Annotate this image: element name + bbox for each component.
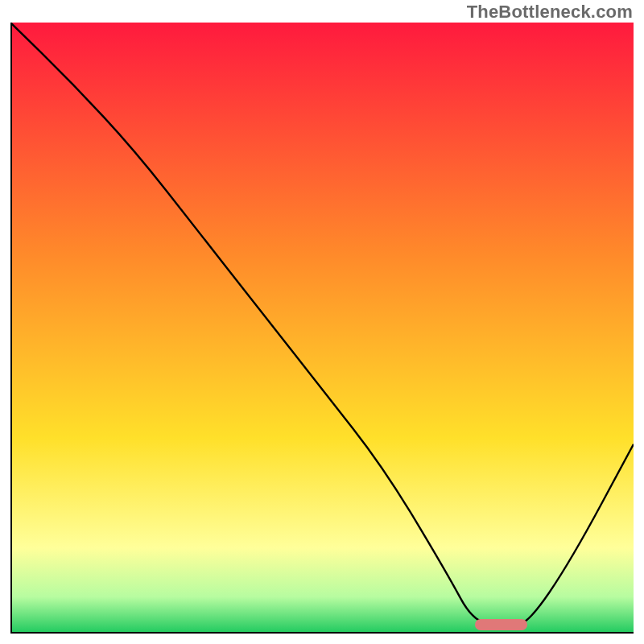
y-axis <box>10 23 12 634</box>
gradient-background <box>10 23 634 634</box>
optimal-marker <box>475 619 528 630</box>
chart-stage: TheBottleneck.com <box>0 0 644 644</box>
watermark-text: TheBottleneck.com <box>467 2 633 23</box>
plot-svg <box>10 23 634 634</box>
x-axis <box>10 632 634 634</box>
plot-area <box>10 23 634 634</box>
